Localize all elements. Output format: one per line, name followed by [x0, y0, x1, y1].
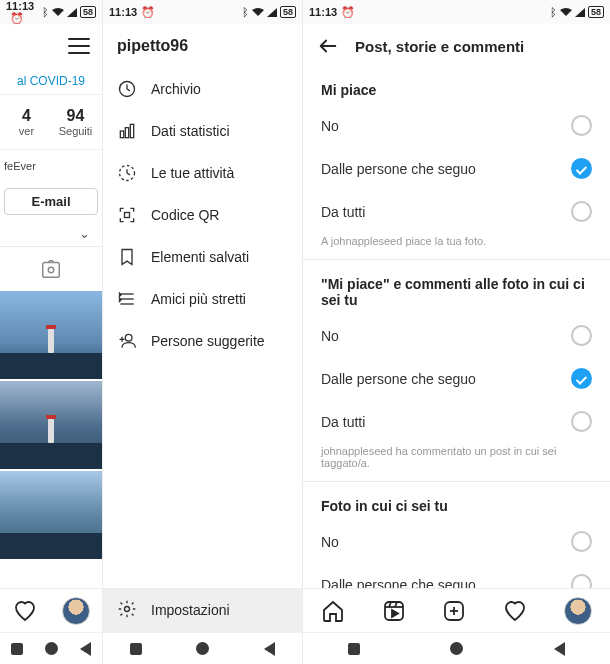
radio-option[interactable]: No	[303, 520, 610, 563]
qr-icon	[117, 205, 137, 225]
settings-scroll[interactable]: Mi piaceNoDalle persone che seguoDa tutt…	[303, 68, 610, 588]
radio-icon	[571, 574, 592, 588]
back-icon[interactable]	[317, 35, 339, 57]
menu-archive[interactable]: Archivio	[103, 68, 302, 110]
bluetooth-icon: ᛒ	[42, 6, 49, 18]
radio-option[interactable]: Dalle persone che seguo	[303, 563, 610, 588]
menu-insights[interactable]: Dati statistici	[103, 110, 302, 152]
clock: 11:13	[6, 0, 34, 12]
android-recent[interactable]	[348, 643, 360, 655]
android-recent[interactable]	[130, 643, 142, 655]
svg-marker-11	[120, 293, 122, 296]
option-label: Dalle persone che seguo	[321, 577, 476, 589]
option-label: Dalle persone che seguo	[321, 371, 476, 387]
stat-followers[interactable]: 4 ver	[4, 107, 49, 137]
menu-saved[interactable]: Elementi salvati	[103, 236, 302, 278]
suggested-icon	[117, 331, 137, 351]
battery-icon: 58	[280, 6, 296, 18]
menu-label: Codice QR	[151, 207, 219, 223]
activity-icon	[117, 163, 137, 183]
profile-avatar[interactable]	[62, 597, 90, 625]
new-post-icon[interactable]	[442, 599, 466, 623]
signal-icon	[67, 8, 77, 17]
heart-icon[interactable]	[503, 599, 527, 623]
option-label: Da tutti	[321, 204, 365, 220]
menu-label: Dati statistici	[151, 123, 230, 139]
android-home[interactable]	[196, 642, 209, 655]
svg-rect-0	[43, 263, 60, 278]
email-button[interactable]: E-mail	[4, 188, 98, 215]
profile-stats: 4 ver 94 Seguiti	[0, 95, 102, 150]
option-label: No	[321, 118, 339, 134]
profile-topbar	[0, 24, 102, 68]
radio-icon	[571, 325, 592, 346]
signal-icon	[575, 8, 585, 17]
clock: 11:13	[309, 6, 337, 18]
menu-suggested[interactable]: Persone suggerite	[103, 320, 302, 362]
android-home[interactable]	[45, 642, 58, 655]
menu-qr[interactable]: Codice QR	[103, 194, 302, 236]
gallery-thumb[interactable]	[0, 291, 102, 379]
profile-avatar[interactable]	[564, 597, 592, 625]
menu-close-friends[interactable]: Amici più stretti	[103, 278, 302, 320]
wifi-icon	[52, 8, 64, 17]
gallery-thumb[interactable]	[0, 471, 102, 559]
status-bar: 11:13⏰ ᛒ 58	[103, 0, 302, 24]
svg-rect-4	[125, 128, 128, 138]
radio-option[interactable]: No	[303, 314, 610, 357]
android-recent[interactable]	[11, 643, 23, 655]
menu-settings[interactable]: Impostazioni	[103, 588, 302, 632]
menu-label: Archivio	[151, 81, 201, 97]
side-menu-column: 11:13⏰ ᛒ 58 pipetto96 Archivio Dati stat…	[103, 0, 303, 664]
option-label: No	[321, 534, 339, 550]
page-title: Post, storie e commenti	[355, 38, 524, 55]
svg-marker-21	[392, 610, 398, 617]
android-back[interactable]	[264, 642, 275, 656]
section-title: Mi piace	[303, 68, 610, 104]
android-back[interactable]	[80, 642, 91, 656]
battery-icon: 58	[80, 6, 96, 18]
clock: 11:13	[109, 6, 137, 18]
option-label: Da tutti	[321, 414, 365, 430]
expand-suggestions[interactable]: ⌄	[0, 221, 102, 247]
option-label: No	[321, 328, 339, 344]
gallery-thumb[interactable]	[0, 381, 102, 469]
svg-rect-5	[130, 124, 133, 137]
tagged-tab[interactable]	[0, 247, 102, 291]
wifi-icon	[252, 8, 264, 17]
menu-username: pipetto96	[103, 24, 302, 68]
saved-icon	[117, 247, 137, 267]
home-icon[interactable]	[321, 599, 345, 623]
reels-icon[interactable]	[382, 599, 406, 623]
archive-icon	[117, 79, 137, 99]
radio-option[interactable]: Dalle persone che seguo	[303, 357, 610, 400]
side-menu: Archivio Dati statistici Le tue attività…	[103, 68, 302, 588]
android-home[interactable]	[450, 642, 463, 655]
settings-header: Post, storie e commenti	[303, 24, 610, 68]
radio-icon	[571, 115, 592, 136]
profile-column: 11:13⏰ ᛒ 58 al COVID-19 4 ver 94 Seguiti…	[0, 0, 103, 664]
settings-label: Impostazioni	[151, 602, 230, 618]
stat-following[interactable]: 94 Seguiti	[53, 107, 98, 137]
wifi-icon	[560, 8, 572, 17]
insights-icon	[117, 121, 137, 141]
android-back[interactable]	[554, 642, 565, 656]
profile-bottom-nav	[0, 588, 102, 632]
radio-option[interactable]: Da tutti	[303, 400, 610, 443]
covid-banner[interactable]: al COVID-19	[0, 68, 102, 95]
radio-option[interactable]: Da tutti	[303, 190, 610, 233]
svg-point-16	[125, 606, 130, 611]
section-hint: johnappleseed ha commentato un post in c…	[303, 443, 610, 479]
radio-icon	[571, 411, 592, 432]
alarm-icon: ⏰	[10, 12, 24, 24]
profile-bio: feEver	[0, 150, 102, 188]
heart-icon[interactable]	[13, 599, 37, 623]
menu-activity[interactable]: Le tue attività	[103, 152, 302, 194]
menu-icon[interactable]	[68, 38, 90, 54]
svg-point-1	[48, 267, 54, 273]
radio-option[interactable]: No	[303, 104, 610, 147]
alarm-icon: ⏰	[141, 6, 155, 18]
radio-option[interactable]: Dalle persone che seguo	[303, 147, 610, 190]
battery-icon: 58	[588, 6, 604, 18]
svg-marker-12	[120, 298, 122, 301]
